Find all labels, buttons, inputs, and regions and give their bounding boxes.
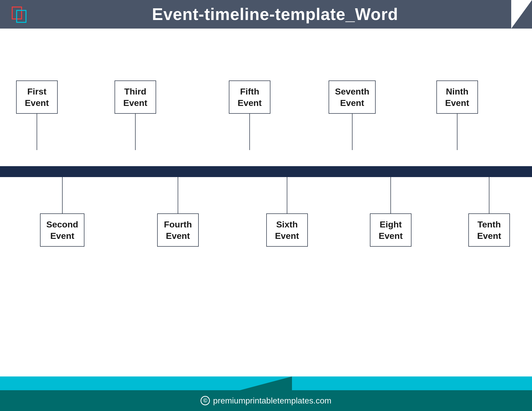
sixth-event-box: SixthEvent	[266, 213, 308, 247]
tenth-event-item: TenthEvent	[468, 177, 510, 247]
second-event-box: SecondEvent	[40, 213, 84, 247]
fifth-event-line	[249, 114, 250, 150]
footer: © premiumprintabletemplates.com	[0, 376, 532, 411]
fifth-event-item: FifthEvent	[229, 80, 270, 150]
eight-event-item: EightEvent	[370, 177, 411, 247]
eight-event-box: EightEvent	[370, 213, 411, 247]
seventh-event-box: SeventhEvent	[329, 80, 375, 114]
ninth-event-line	[457, 114, 457, 150]
second-event-item: SecondEvent	[40, 177, 84, 247]
tenth-event-box: TenthEvent	[468, 213, 510, 247]
copyright-icon: ©	[201, 396, 210, 405]
third-event-line	[135, 114, 136, 150]
logo-p-cyan	[16, 10, 26, 23]
first-event-box: FirstEvent	[16, 80, 58, 114]
logo	[10, 5, 29, 23]
fourth-event-item: FourthEvent	[157, 177, 199, 247]
first-event-line	[37, 114, 37, 150]
header: Event-timeline-template_Word	[0, 0, 532, 29]
page-title: Event-timeline-template_Word	[29, 5, 522, 24]
second-event-line	[62, 177, 63, 213]
ninth-event-box: NinthEvent	[436, 80, 478, 114]
eight-event-line	[390, 177, 391, 213]
main-content: FirstEvent ThirdEvent FifthEvent Seventh…	[0, 29, 532, 376]
first-event-item: FirstEvent	[16, 80, 58, 150]
sixth-event-line	[287, 177, 287, 213]
fifth-event-box: FifthEvent	[229, 80, 270, 114]
footer-inner: © premiumprintabletemplates.com	[0, 390, 532, 411]
seventh-event-line	[352, 114, 353, 150]
timeline-bar	[0, 166, 532, 177]
seventh-event-item: SeventhEvent	[329, 80, 375, 150]
third-event-box: ThirdEvent	[115, 80, 156, 114]
fourth-event-box: FourthEvent	[157, 213, 199, 247]
third-event-item: ThirdEvent	[115, 80, 156, 150]
sixth-event-item: SixthEvent	[266, 177, 308, 247]
fourth-event-line	[178, 177, 178, 213]
footer-url: premiumprintabletemplates.com	[213, 396, 331, 406]
ninth-event-item: NinthEvent	[436, 80, 478, 150]
tenth-event-line	[489, 177, 489, 213]
